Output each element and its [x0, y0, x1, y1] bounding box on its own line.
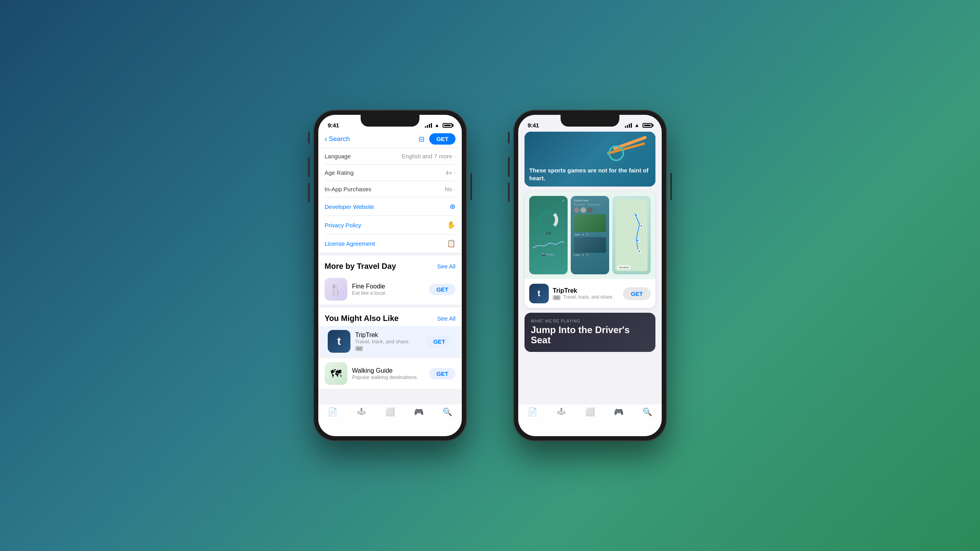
fine-foodie-name: Fine Foodie	[352, 283, 425, 290]
walking-guide-info: Walking Guide Popular walking destinatio…	[352, 367, 425, 380]
language-value[interactable]: English and 7 more ›	[401, 153, 456, 160]
screen-scroll: Language English and 7 more › Age Rating…	[318, 148, 462, 434]
featured-sports-card[interactable]: These sports games are not for the faint…	[524, 132, 655, 187]
license-agreement-label: License Agreement	[325, 240, 375, 247]
right-tab-search[interactable]: 🔍	[633, 407, 662, 417]
right-today-icon: 📄	[528, 407, 537, 417]
privacy-policy-row[interactable]: Privacy Policy ✋	[325, 216, 456, 234]
back-button[interactable]: ‹ Search	[325, 134, 350, 143]
right-power-button	[670, 173, 672, 200]
what-playing-label: WHAT WE'RE PLAYING	[531, 319, 649, 323]
walking-guide-get-button[interactable]: GET	[429, 368, 456, 379]
volume-up-button	[308, 157, 310, 177]
volume-down-button	[308, 183, 310, 202]
post-image-1	[574, 214, 606, 232]
screenshot-1: ⚙ 13k 📷 Photos	[529, 196, 568, 274]
also-like-section-header: You Might Also Like See All	[318, 308, 462, 326]
developer-website-label: Developer Website	[325, 203, 374, 210]
chevron-left-icon: ‹	[325, 134, 327, 143]
right-search-icon: 🔍	[642, 407, 652, 417]
walking-guide-subtitle: Popular walking destinations.	[352, 374, 425, 380]
right-tab-arcade[interactable]: 🎮	[604, 407, 633, 417]
fine-foodie-info: Fine Foodie Eat like a local.	[352, 283, 425, 296]
sports-circle	[608, 145, 624, 161]
post-image-2	[574, 237, 606, 253]
also-like-see-all[interactable]: See All	[437, 315, 456, 322]
status-icons: ▲	[425, 122, 452, 128]
tab-search[interactable]: 🔍	[433, 407, 462, 417]
search-icon: 🔍	[443, 407, 452, 417]
license-agreement-row[interactable]: License Agreement 📋	[325, 234, 456, 252]
chevron-icon: ›	[454, 153, 456, 159]
nav-get-button[interactable]: GET	[429, 133, 456, 145]
right-tab-games[interactable]: 🕹	[547, 407, 575, 416]
chart-label: 13k	[532, 231, 564, 235]
right-tab-bar: 📄 🕹 ⬜ 🎮 🔍	[518, 404, 662, 436]
document-icon: 📋	[447, 239, 456, 248]
signal-icon	[425, 123, 432, 128]
arcade-icon: 🎮	[414, 407, 424, 417]
wifi-icon: ▲	[434, 122, 439, 128]
right-apps-icon: ⬜	[585, 407, 595, 417]
triptrek-get-button[interactable]: GET	[426, 336, 452, 347]
what-playing-title: Jump Into the Driver's Seat	[531, 325, 649, 346]
right-tab-apps[interactable]: ⬜	[575, 407, 604, 417]
right-notch	[561, 115, 619, 127]
chevron-icon: ›	[454, 170, 456, 176]
fine-foodie-row: 🍴 Fine Foodie Eat like a local. GET	[318, 274, 462, 304]
mute-button	[308, 132, 310, 143]
right-games-icon: 🕹	[557, 407, 565, 416]
right-phone: 9:41 ▲	[514, 110, 666, 441]
language-label: Language	[325, 153, 351, 160]
right-screen-content: These sports games are not for the faint…	[518, 130, 662, 402]
donut-chart	[539, 210, 558, 230]
map-label: Shanghai	[617, 265, 630, 269]
walking-guide-row: 🗺 Walking Guide Popular walking destinat…	[318, 358, 462, 389]
left-phone-screen: 9:41 ▲ ‹ Sea	[318, 115, 462, 436]
language-row: Language English and 7 more ›	[325, 148, 456, 165]
right-battery-icon	[642, 123, 652, 128]
compass-icon: ⊕	[450, 202, 456, 211]
triptrek-name: TripTrek	[355, 332, 421, 339]
tab-arcade[interactable]: 🎮	[405, 407, 433, 417]
more-see-all[interactable]: See All	[437, 263, 456, 270]
apps-icon: ⬜	[385, 407, 395, 417]
section-divider	[318, 252, 462, 256]
right-ad-badge: Ad	[553, 295, 561, 300]
tab-games[interactable]: 🕹	[347, 407, 376, 416]
in-app-label: In-App Purchases	[325, 186, 371, 192]
in-app-row: In-App Purchases No ›	[325, 181, 456, 198]
tab-today[interactable]: 📄	[318, 407, 347, 417]
nav-back-label: Search	[329, 135, 350, 143]
developer-website-row[interactable]: Developer Website ⊕	[325, 198, 456, 216]
walking-guide-name: Walking Guide	[352, 367, 425, 374]
app-screenshots: ⚙ 13k 📷 Photos	[524, 191, 655, 279]
in-app-value[interactable]: No ›	[445, 186, 456, 192]
triptrek-get-button-right[interactable]: GET	[623, 287, 651, 300]
app-detail-card[interactable]: ⚙ 13k 📷 Photos	[524, 191, 655, 308]
tab-apps[interactable]: ⬜	[376, 407, 404, 417]
age-rating-value[interactable]: 4+ ›	[446, 169, 456, 176]
ad-badge: Ad	[355, 346, 363, 351]
filter-icon[interactable]: ⊟	[419, 135, 425, 143]
notch	[361, 115, 419, 127]
power-button	[470, 173, 472, 200]
what-playing-card[interactable]: WHAT WE'RE PLAYING Jump Into the Driver'…	[524, 313, 655, 352]
screenshot-3: Shanghai	[612, 196, 651, 274]
triptrek-info: TripTrek Travel, track, and share. Ad	[355, 332, 421, 352]
right-mute-button	[508, 132, 510, 143]
more-section-title: More by Travel Day	[325, 262, 396, 271]
section-divider-2	[318, 304, 462, 308]
right-status-icons: ▲	[625, 122, 652, 128]
fine-foodie-get-button[interactable]: GET	[429, 284, 456, 295]
today-icon: 📄	[328, 407, 338, 417]
right-phone-screen: 9:41 ▲	[518, 115, 662, 436]
triptrek-detail-info: TripTrek Ad Travel, track, and share.	[553, 287, 619, 300]
triptrek-detail-desc: Travel, track, and share.	[563, 294, 613, 300]
right-tab-today[interactable]: 📄	[518, 407, 547, 417]
map-background: Shanghai	[615, 199, 648, 271]
age-rating-row: Age Rating 4+ ›	[325, 165, 456, 181]
line-chart	[532, 238, 564, 250]
nav-bar: ‹ Search ⊟ GET	[318, 130, 462, 148]
triptrek-icon: t	[328, 330, 350, 353]
